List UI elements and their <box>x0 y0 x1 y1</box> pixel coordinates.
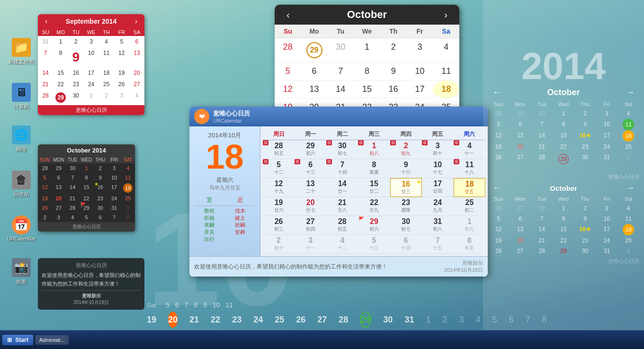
rsmc-11[interactable]: 11 <box>617 214 639 224</box>
urcal-cell-30[interactable]: 30初七 <box>390 216 422 235</box>
rsmc-28b[interactable]: 28 <box>531 246 553 256</box>
osc-24[interactable]: 24 <box>107 194 121 203</box>
taskbar[interactable]: ⊞ Start Administr... <box>0 330 644 349</box>
loc-3[interactable]: 3 <box>407 38 433 63</box>
urcal-cell-6b[interactable]: 6十四 <box>390 235 422 254</box>
sep-cell-4b[interactable]: 4 <box>129 90 144 105</box>
rmc-29[interactable]: 29 <box>510 108 531 119</box>
sep-cell-1b[interactable]: 1 <box>83 90 98 105</box>
urcal-cell-24[interactable]: 24九月 <box>422 197 454 216</box>
rmc-15[interactable]: 15 <box>553 130 574 142</box>
rsmc-17[interactable]: 17 <box>596 224 618 235</box>
urcal-cell-1b[interactable]: 1初九 <box>454 216 485 235</box>
sep-cell-9[interactable]: 9 <box>68 47 83 67</box>
urcal-cell-4[interactable]: 假4十一 <box>454 140 485 159</box>
loc-11[interactable]: 11 <box>433 63 459 81</box>
urcal-cell-7b[interactable]: 7十五 <box>422 235 454 254</box>
rsmc-22[interactable]: 22 <box>553 235 574 246</box>
loc-7[interactable]: 7 <box>327 63 354 81</box>
osc-27[interactable]: 27 <box>52 203 65 213</box>
rmc-18-highlight[interactable]: 18 <box>623 130 634 142</box>
loc-12[interactable]: 12 <box>275 81 301 98</box>
rsmc-3[interactable]: 3 <box>596 203 618 214</box>
rsmc-20-red[interactable]: 20 <box>510 235 531 246</box>
sep-cell-27[interactable]: 27 <box>129 79 144 90</box>
sep-cell-15[interactable]: 15 <box>53 67 68 79</box>
osc-4[interactable]: 4 <box>121 163 135 173</box>
osc-12[interactable]: 12 <box>38 182 52 194</box>
osc-3[interactable]: 3 <box>107 163 121 173</box>
osc-23[interactable]: 23 <box>93 194 107 203</box>
rmc-8[interactable]: 8 <box>553 119 574 130</box>
desktop-icon-computer[interactable]: 🖥 计算机 <box>5 83 38 110</box>
urcal-cell-25[interactable]: 25初二 <box>454 197 485 216</box>
osc-17[interactable]: 17 <box>107 182 121 194</box>
osc-3c[interactable]: 3 <box>52 213 65 222</box>
rsmc-9[interactable]: 9 <box>574 214 596 224</box>
rsmc-18-highlight[interactable]: 18 <box>623 224 634 235</box>
osc-28b[interactable]: 28 <box>66 203 80 213</box>
rsmc-8b[interactable]: 8 <box>617 246 639 256</box>
loc-18-today[interactable]: 18 <box>433 81 459 98</box>
rsmc-16-star[interactable]: 16★ <box>574 224 596 235</box>
rsmc-25[interactable]: 25 <box>617 235 639 246</box>
urcal-cell-21[interactable]: 21廿八 <box>326 197 358 216</box>
rsmc-5[interactable]: 5 <box>488 214 510 224</box>
urcal-cell-1[interactable]: 假1初八 <box>358 140 390 159</box>
urcal-cell-9[interactable]: 9十六 <box>390 159 422 178</box>
rmc-7[interactable]: 7 <box>531 119 553 130</box>
rsmc-14[interactable]: 14 <box>531 224 553 235</box>
sep-cell-13[interactable]: 13 <box>129 47 144 67</box>
osc-5[interactable]: 5 <box>38 173 52 182</box>
loc-9[interactable]: 9 <box>380 63 407 81</box>
sep-cell-23[interactable]: 23 <box>68 79 83 90</box>
urcal-cell-29[interactable]: 29初六 <box>295 140 326 159</box>
rmc-19[interactable]: 19 <box>488 142 510 152</box>
sep-cell-31[interactable]: 31 <box>38 36 53 47</box>
rmc-28[interactable]: 28 <box>488 108 510 119</box>
osc-31[interactable]: 31 <box>107 203 121 213</box>
sep-cell-11[interactable]: 11 <box>99 47 114 67</box>
urcal-cell-19[interactable]: 19廿六 <box>263 197 295 216</box>
osc-7c[interactable]: 7 <box>107 213 121 222</box>
urcal-cell-30[interactable]: 假30初七 <box>326 140 358 159</box>
rsmc-26b[interactable]: 26 <box>488 246 510 256</box>
osc-30[interactable]: 30 <box>93 203 107 213</box>
urcal-cell-6[interactable]: 假6十三 <box>295 159 326 178</box>
sep-cell-17[interactable]: 17 <box>83 67 98 79</box>
osc-28[interactable]: 28 <box>38 163 52 173</box>
sep-cell-22[interactable]: 22 <box>53 79 68 90</box>
loc-6[interactable]: 6 <box>301 63 328 81</box>
loc-15[interactable]: 15 <box>354 81 380 98</box>
rsmc-19[interactable]: 19 <box>488 235 510 246</box>
urcal-cell-4b[interactable]: 4十二 <box>326 235 358 254</box>
rsmc-1[interactable]: 1 <box>553 203 574 214</box>
desktop-icon-urcalendar[interactable]: 📅 URCalendar <box>5 215 38 242</box>
osc-6[interactable]: 6 <box>52 173 65 182</box>
osc-16-star[interactable]: 16★ <box>93 182 107 194</box>
rmc-9[interactable]: 9 <box>574 119 596 130</box>
loc-10[interactable]: 10 <box>407 63 433 81</box>
loc-4[interactable]: 4 <box>433 38 459 63</box>
rmc-25[interactable]: 25 <box>617 142 639 152</box>
urcal-cell-5b[interactable]: 5十三 <box>358 235 390 254</box>
rsmc-13[interactable]: 13 <box>510 224 531 235</box>
osc-26[interactable]: 26 <box>38 203 52 213</box>
osc-13[interactable]: 13 <box>52 182 65 194</box>
osc-29b[interactable]: 29🚩 <box>80 203 93 213</box>
osc-15[interactable]: 15 <box>80 182 93 194</box>
loc-8[interactable]: 8 <box>354 63 380 81</box>
rmc-30[interactable]: 30 <box>574 152 596 166</box>
rsmc-21[interactable]: 21 <box>531 235 553 246</box>
loc-17[interactable]: 17 <box>407 81 433 98</box>
loc-29-circled[interactable]: 29 <box>301 38 328 63</box>
sep-cell-2b[interactable]: 2 <box>99 90 114 105</box>
sep-cell-6[interactable]: 6 <box>129 36 144 47</box>
osc-10[interactable]: 10 <box>107 173 121 182</box>
loc-13[interactable]: 13 <box>301 81 328 98</box>
osc-2c[interactable]: 2 <box>38 213 52 222</box>
rsmc-12[interactable]: 12 <box>488 224 510 235</box>
sep-cell-26[interactable]: 26 <box>114 79 129 90</box>
urcal-cell-20[interactable]: 20廿七 <box>295 197 326 216</box>
osc-7[interactable]: 7 <box>66 173 80 182</box>
